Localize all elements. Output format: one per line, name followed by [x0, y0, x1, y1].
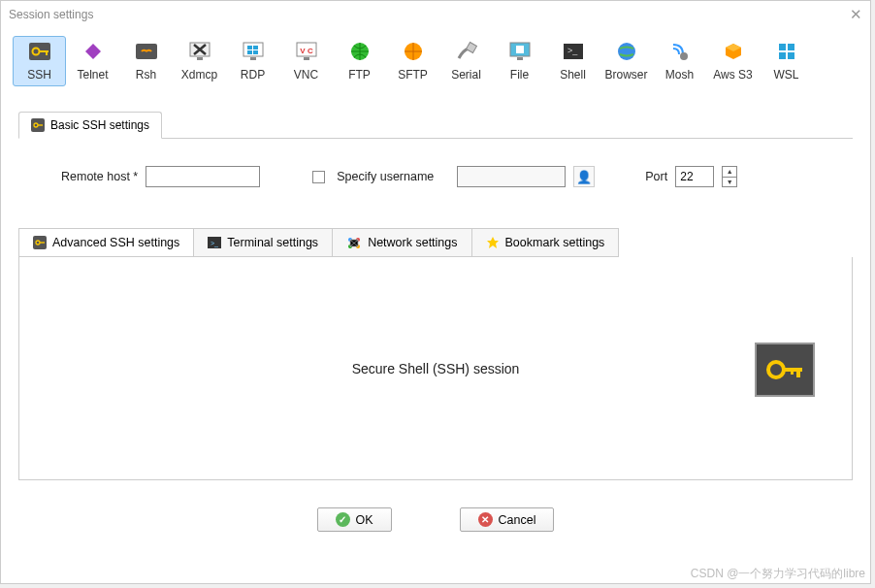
- svg-rect-13: [250, 57, 256, 60]
- tool-label: Mosh: [665, 68, 694, 82]
- remote-host-label: Remote host *: [61, 170, 138, 183]
- button-label: OK: [356, 513, 373, 527]
- terminal-icon: >_: [560, 41, 587, 62]
- svg-rect-11: [247, 50, 252, 54]
- svg-text:>_: >_: [567, 46, 578, 55]
- key-small-icon: [31, 118, 45, 132]
- dialog-buttons: ✓ OK ✕ Cancel: [1, 480, 870, 543]
- specify-username-label: Specify username: [337, 170, 434, 183]
- session-type-toolbar: SSH Telnet Rsh Xdmcp RDP V C VNC FTP SFT: [1, 28, 870, 90]
- tool-label: SSH: [27, 68, 51, 82]
- x-monitor-icon: [186, 41, 213, 62]
- svg-text:V C: V C: [300, 47, 313, 55]
- svg-point-25: [618, 43, 635, 60]
- svg-rect-7: [197, 57, 203, 60]
- remote-host-input[interactable]: [146, 166, 260, 187]
- chevron-up-icon[interactable]: ▲: [723, 167, 736, 178]
- satellite-icon: [666, 41, 694, 62]
- link-icon: [133, 41, 160, 62]
- settings-content-panel: Secure Shell (SSH) session: [18, 257, 853, 480]
- windows-monitor-icon: [240, 41, 267, 62]
- tab-label: Bookmark settings: [505, 236, 605, 249]
- session-type-mosh[interactable]: Mosh: [653, 36, 706, 86]
- tab-terminal[interactable]: >_ Terminal settings: [193, 228, 332, 257]
- session-type-rsh[interactable]: Rsh: [119, 36, 173, 86]
- session-type-telnet[interactable]: Telnet: [66, 36, 119, 86]
- cancel-button[interactable]: ✕ Cancel: [460, 507, 555, 532]
- svg-rect-29: [779, 44, 786, 50]
- port-spinner[interactable]: ▲ ▼: [722, 166, 737, 187]
- tool-label: Rsh: [136, 68, 156, 82]
- port-label: Port: [645, 170, 667, 183]
- svg-rect-38: [40, 242, 45, 243]
- session-type-xdmcp[interactable]: Xdmcp: [173, 36, 226, 86]
- session-description: Secure Shell (SSH) session: [352, 361, 520, 376]
- globe-orange-icon: [400, 41, 427, 62]
- key-icon: [26, 41, 53, 62]
- session-type-rdp[interactable]: RDP: [226, 36, 279, 86]
- tab-label: Network settings: [368, 236, 457, 249]
- session-type-ftp[interactable]: FTP: [333, 36, 386, 86]
- tool-label: Serial: [451, 68, 481, 82]
- tab-bookmark[interactable]: Bookmark settings: [471, 228, 620, 257]
- tool-label: Telnet: [77, 68, 108, 82]
- ssh-session-badge: [755, 343, 815, 397]
- session-type-serial[interactable]: Serial: [439, 36, 493, 86]
- svg-rect-10: [253, 46, 258, 49]
- cable-icon: [453, 41, 480, 62]
- tool-label: SFTP: [398, 68, 428, 82]
- session-type-browser[interactable]: Browser: [600, 36, 653, 86]
- session-type-wsl[interactable]: WSL: [760, 36, 813, 86]
- session-type-awss3[interactable]: Aws S3: [706, 36, 760, 86]
- session-type-vnc[interactable]: V C VNC: [279, 36, 333, 86]
- user-picker-button[interactable]: 👤: [573, 166, 595, 187]
- tab-label: Advanced SSH settings: [52, 236, 179, 249]
- tab-network[interactable]: Network settings: [332, 228, 470, 257]
- button-label: Cancel: [499, 513, 536, 527]
- svg-point-46: [768, 362, 784, 377]
- session-type-file[interactable]: File: [493, 36, 546, 86]
- session-type-ssh[interactable]: SSH: [13, 36, 66, 86]
- aws-icon: [720, 41, 747, 62]
- network-icon: [346, 236, 362, 249]
- specify-username-checkbox[interactable]: [312, 171, 325, 183]
- svg-text:>_: >_: [211, 240, 218, 247]
- close-icon[interactable]: ✕: [850, 6, 862, 23]
- svg-marker-45: [487, 237, 499, 248]
- watermark: CSDN @一个努力学习代码的libre: [691, 566, 865, 582]
- session-type-sftp[interactable]: SFTP: [386, 36, 439, 86]
- session-settings-dialog: Session settings ✕ SSH Telnet Rsh Xdmcp …: [0, 0, 871, 584]
- svg-rect-30: [788, 44, 794, 50]
- ssh-basic-form: Remote host * Specify username 👤 Port ▲ …: [18, 139, 853, 216]
- session-type-shell[interactable]: >_ Shell: [546, 36, 600, 86]
- svg-point-26: [680, 52, 688, 60]
- tool-label: File: [510, 68, 529, 82]
- tool-label: Aws S3: [713, 68, 752, 82]
- tool-label: VNC: [294, 68, 318, 82]
- vnc-monitor-icon: V C: [293, 41, 320, 62]
- settings-tabs-section: Advanced SSH settings >_ Terminal settin…: [18, 228, 853, 480]
- file-monitor-icon: [506, 41, 534, 62]
- tool-label: RDP: [241, 68, 265, 82]
- tab-basic-ssh[interactable]: Basic SSH settings: [18, 112, 162, 139]
- check-icon: ✓: [336, 512, 350, 527]
- username-input[interactable]: [457, 166, 566, 187]
- tab-advanced-ssh[interactable]: Advanced SSH settings: [18, 228, 193, 257]
- svg-rect-22: [517, 57, 523, 60]
- svg-rect-31: [779, 52, 786, 59]
- chevron-down-icon[interactable]: ▼: [723, 178, 736, 187]
- tab-label: Terminal settings: [227, 236, 318, 249]
- svg-rect-16: [304, 57, 309, 60]
- svg-rect-12: [253, 50, 258, 54]
- tool-label: Browser: [604, 68, 647, 82]
- window-title: Session settings: [9, 8, 93, 21]
- star-icon: [486, 236, 500, 249]
- ok-button[interactable]: ✓ OK: [317, 507, 392, 532]
- titlebar: Session settings ✕: [1, 1, 870, 28]
- svg-rect-49: [791, 368, 794, 375]
- tool-label: FTP: [348, 68, 371, 82]
- svg-rect-48: [796, 368, 800, 377]
- tool-label: Shell: [560, 68, 586, 82]
- globe-blue-icon: [613, 41, 640, 62]
- port-input[interactable]: [675, 166, 714, 187]
